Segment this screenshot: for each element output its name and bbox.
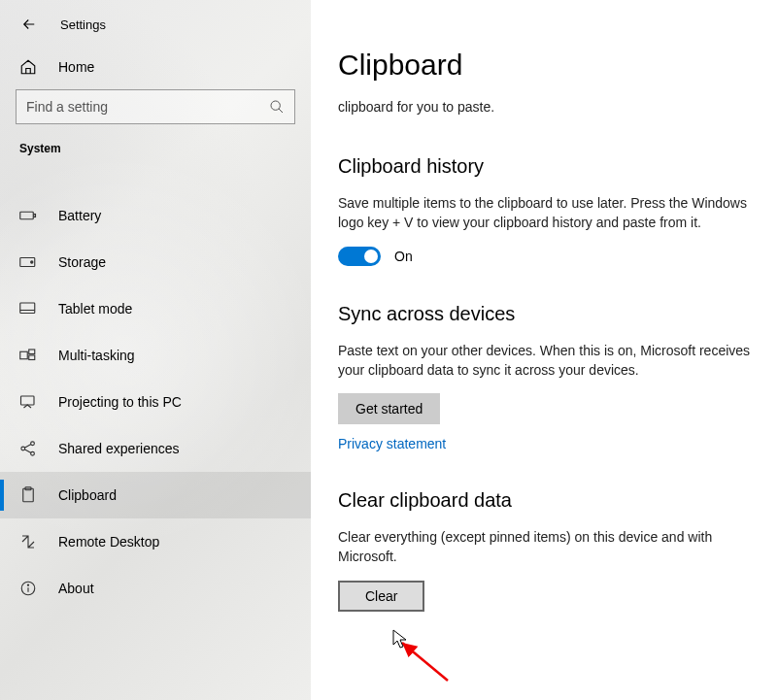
sidebar-item-label: Storage [58,254,106,270]
svg-rect-10 [21,396,35,405]
sidebar-item-about[interactable]: About [0,565,311,612]
storage-icon [19,253,37,271]
toggle-row: On [338,247,751,266]
section-text: Save multiple items to the clipboard to … [338,193,751,233]
sidebar-item-label: Battery [58,208,101,223]
section-title: Sync across devices [338,303,751,325]
svg-rect-1 [20,212,34,219]
search-icon [269,99,285,115]
nav-list: Battery Storage Tablet mode Multi-taskin… [0,192,311,612]
svg-point-11 [21,447,25,450]
sidebar-item-label: Remote Desktop [58,534,159,550]
content-pane: Clipboard clipboard for you to paste. Cl… [311,0,778,700]
home-icon [19,58,37,76]
multitasking-icon [19,347,37,364]
get-started-button[interactable]: Get started [338,393,440,424]
tablet-icon [19,300,37,317]
svg-rect-9 [29,355,35,360]
sidebar-item-battery[interactable]: Battery [0,192,311,239]
clipboard-icon [19,486,37,504]
back-button[interactable] [19,15,39,34]
share-icon [19,440,37,457]
info-icon [19,580,37,597]
section-clipboard-history: Clipboard history Save multiple items to… [338,155,751,266]
svg-point-18 [27,584,28,585]
app-title: Settings [60,17,106,32]
svg-point-0 [271,101,280,110]
section-clear: Clear clipboard data Clear everything (e… [338,489,751,612]
sidebar-item-label: Clipboard [58,487,117,503]
section-title: Clear clipboard data [338,489,751,512]
section-text: Paste text on your other devices. When t… [338,341,751,381]
category-label: System [0,142,311,167]
sidebar-item-label: Tablet mode [58,301,132,317]
page-title: Clipboard [338,49,751,82]
section-sync: Sync across devices Paste text on your o… [338,303,751,453]
sidebar-item-remote-desktop[interactable]: Remote Desktop [0,518,311,565]
svg-point-12 [31,442,35,446]
sidebar-item-label: About [58,581,94,596]
sidebar-item-multitasking[interactable]: Multi-tasking [0,332,311,379]
search-input[interactable] [26,99,269,115]
toggle-knob [364,250,378,263]
sidebar-item-label: Projecting to this PC [58,394,182,410]
sidebar-item-label: Shared experiences [58,441,180,456]
svg-rect-2 [34,215,36,217]
sidebar-item-shared-experiences[interactable]: Shared experiences [0,425,311,472]
home-nav[interactable]: Home [0,49,311,89]
svg-point-13 [31,451,35,455]
header-row: Settings [0,0,311,49]
sidebar-item-projecting[interactable]: Projecting to this PC [0,379,311,425]
section-text: Clear everything (except pinned items) o… [338,527,751,567]
clipboard-history-toggle[interactable] [338,247,381,266]
sidebar: Settings Home System Battery Storage Tab… [0,0,311,700]
battery-icon [19,207,37,224]
remote-desktop-icon [19,533,37,550]
home-label: Home [58,59,94,75]
sidebar-item-clipboard[interactable]: Clipboard [0,472,311,518]
svg-point-4 [31,261,33,263]
back-arrow-icon [20,16,38,33]
svg-rect-5 [20,303,35,314]
svg-rect-7 [20,351,28,359]
sidebar-item-tablet-mode[interactable]: Tablet mode [0,285,311,332]
clear-button[interactable]: Clear [338,581,424,612]
intro-text-fragment: clipboard for you to paste. [338,99,751,115]
search-box[interactable] [16,89,295,124]
toggle-state-label: On [394,249,413,264]
projecting-icon [19,393,37,411]
privacy-statement-link[interactable]: Privacy statement [338,436,446,451]
section-title: Clipboard history [338,155,751,178]
sidebar-item-storage[interactable]: Storage [0,239,311,285]
sidebar-item-label: Multi-tasking [58,348,135,363]
svg-rect-8 [29,350,35,354]
